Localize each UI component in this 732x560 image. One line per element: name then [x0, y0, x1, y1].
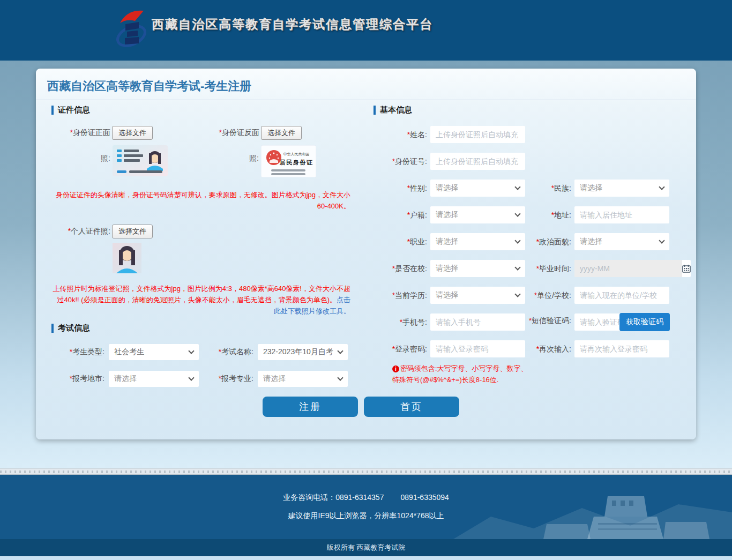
password-hint: i密码须包含:大写字母、小写字母、数字、特殊符号(@#$%^&+=)长度8-16… — [392, 363, 532, 385]
address-input[interactable] — [574, 206, 669, 223]
education-select[interactable]: 请选择 — [430, 287, 525, 304]
apply-major-value: 请选择 — [263, 374, 338, 384]
gender-label: *性别: — [374, 180, 427, 197]
name-row: *姓名: — [374, 126, 671, 143]
chevron-down-icon — [188, 375, 194, 380]
graduation-date-field — [574, 260, 669, 277]
section-bar — [374, 106, 376, 115]
household-address-row: *户籍: 请选择 *地址: — [374, 206, 671, 223]
graduation-label-text: 毕业时间: — [539, 264, 571, 273]
exam-name-label: *考试名称: — [216, 347, 253, 357]
phone-sms-row: *手机号: *短信验证码: 获取验证码 — [374, 313, 671, 331]
id-back-label: *身份证反面 — [214, 128, 259, 138]
id-front-sample-image — [113, 145, 168, 176]
apply-city-select[interactable]: 请选择 — [109, 371, 199, 387]
page-title: 西藏自治区高等教育自学考试-考生注册 — [47, 78, 251, 94]
id-upload-row: *身份证正面 选择文件 *身份证反面 选择文件 — [51, 126, 361, 140]
occupation-label-text: 职业: — [410, 237, 427, 246]
id-back-choose-file-button[interactable]: 选择文件 — [261, 126, 302, 140]
password-label: *登录密码: — [374, 340, 427, 357]
political-label-text: 政治面貌: — [539, 237, 571, 246]
exam-name-select[interactable]: 232-2023年10月自考 — [258, 344, 348, 360]
education-label-text: 当前学历: — [395, 291, 427, 300]
gender-value: 请选择 — [436, 183, 516, 193]
chevron-down-icon — [188, 348, 194, 354]
chevron-down-icon — [514, 184, 520, 190]
personal-photo-sample-image — [113, 243, 141, 273]
candidate-type-select[interactable]: 社会考生 — [109, 344, 199, 360]
phone-input[interactable] — [430, 313, 525, 331]
calendar-icon — [682, 264, 691, 273]
inschool-graduation-row: *是否在校: 请选择 *毕业时间: — [374, 260, 671, 277]
household-value: 请选择 — [436, 210, 516, 220]
unit-input[interactable] — [574, 287, 669, 304]
personal-photo-label-text: 个人证件照: — [71, 227, 110, 235]
id-upload-note: 身份证证件的头像清晰，身份证号码清楚可辨认，要求原图，无修改。图片格式为jpg，… — [51, 189, 350, 212]
unit-label-text: 单位/学校: — [537, 291, 571, 300]
basic-section-header: 基本信息 — [374, 105, 671, 115]
basic-info-section: 基本信息 *姓名: *身份证号: *性别: 请选择 *民族: 请选择 — [374, 105, 671, 385]
ethnicity-label-text: 民族: — [554, 184, 571, 192]
id-number-row: *身份证号: — [374, 153, 671, 170]
graduation-date-input[interactable] — [574, 260, 682, 277]
occupation-political-row: *职业: 请选择 *政治面貌: 请选择 — [374, 233, 671, 250]
footer: 业务咨询电话：0891-6314357 0891-6335094 建议使用IE9… — [0, 475, 732, 539]
site-title: 西藏自治区高等教育自学考试信息管理综合平台 — [152, 16, 433, 33]
graduation-label: *毕业时间: — [525, 260, 571, 277]
chevron-down-icon — [659, 237, 664, 243]
chevron-down-icon — [514, 264, 520, 270]
personal-photo-upload-row: *个人证件照: 选择文件 — [51, 225, 361, 238]
copyright-bar: 版权所有 西藏教育考试院 — [0, 539, 732, 556]
sms-code-field: 获取验证码 — [574, 313, 669, 331]
occupation-select[interactable]: 请选择 — [430, 233, 525, 250]
footer-phone-line: 业务咨询电话：0891-6314357 0891-6335094 — [0, 475, 732, 503]
id-back-card-text: 居民身份证 — [279, 159, 313, 166]
chevron-down-icon — [514, 211, 520, 216]
id-front-label-text: 身份证正面 — [73, 128, 110, 137]
exam-name-label-text: 考试名称: — [221, 347, 253, 356]
personal-photo-label: *个人证件照: — [51, 227, 110, 236]
political-select[interactable]: 请选择 — [574, 233, 669, 250]
political-label: *政治面貌: — [525, 233, 571, 250]
name-label: *姓名: — [374, 126, 427, 143]
password-input[interactable] — [430, 340, 525, 357]
password2-label-text: 再次输入: — [539, 345, 571, 353]
get-code-button[interactable]: 获取验证码 — [619, 313, 670, 331]
section-bar — [51, 106, 54, 115]
calendar-button[interactable] — [682, 260, 691, 277]
apply-city-label: *报考地市: — [51, 374, 104, 384]
ethnicity-label: *民族: — [525, 180, 571, 197]
certificate-section-header: 证件信息 — [51, 105, 361, 115]
chevron-down-icon — [337, 375, 343, 380]
name-input[interactable] — [430, 126, 525, 143]
ethnicity-value: 请选择 — [580, 183, 660, 193]
certificate-section-title: 证件信息 — [58, 105, 90, 115]
password-row: *登录密码: *再次输入: — [374, 340, 671, 357]
apply-major-select[interactable]: 请选择 — [258, 371, 348, 387]
certificate-section: 证件信息 *身份证正面 选择文件 *身份证反面 选择文件 照: — [51, 105, 361, 398]
id-number-label-text: 身份证号: — [395, 157, 427, 166]
household-label: *户籍: — [374, 206, 427, 223]
gender-select[interactable]: 请选择 — [430, 180, 525, 197]
id-number-input[interactable] — [430, 153, 525, 170]
sms-code-label: *短信验证码: — [525, 313, 571, 325]
in-school-select[interactable]: 请选择 — [430, 260, 525, 277]
register-button[interactable]: 注册 — [263, 397, 358, 417]
decorative-border-strip — [0, 468, 732, 475]
candidate-type-value: 社会考生 — [114, 347, 189, 357]
personal-photo-choose-file-button[interactable]: 选择文件 — [112, 225, 153, 238]
apply-city-value: 请选择 — [114, 374, 189, 384]
apply-city-label-text: 报考地市: — [72, 374, 104, 383]
ethnicity-select[interactable]: 请选择 — [574, 180, 669, 197]
id-back-country-text: 中华人民共和国 — [283, 152, 310, 156]
id-front-photo-label: 照: — [51, 145, 110, 163]
occupation-label: *职业: — [374, 233, 427, 250]
id-front-choose-file-button[interactable]: 选择文件 — [112, 126, 153, 140]
home-button[interactable]: 首页 — [364, 397, 459, 417]
personal-photo-note-text: 上传照片时为标准登记照，文件格式为jpg，图片比例为4:3，480像素*高640… — [53, 285, 350, 304]
in-school-value: 请选择 — [436, 264, 516, 273]
in-school-label: *是否在校: — [374, 260, 427, 277]
household-select[interactable]: 请选择 — [430, 206, 525, 223]
chevron-down-icon — [659, 184, 664, 190]
password2-input[interactable] — [574, 340, 669, 357]
